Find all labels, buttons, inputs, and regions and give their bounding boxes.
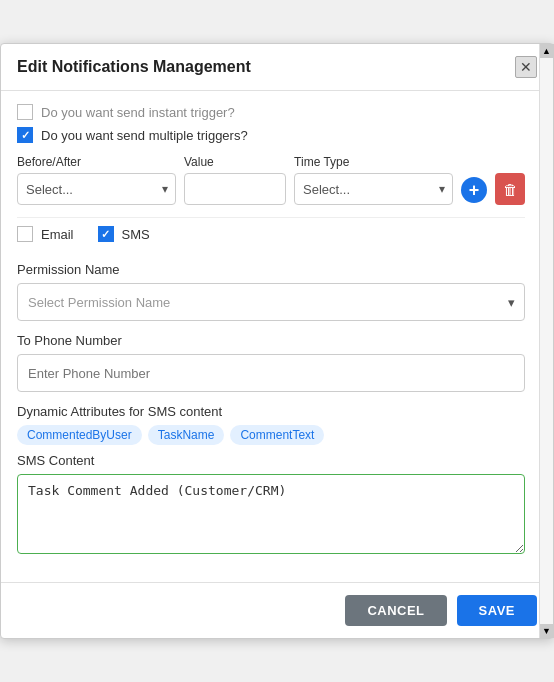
- instant-trigger-checkbox[interactable]: [17, 104, 33, 120]
- dynamic-attrs-label: Dynamic Attributes for SMS content: [17, 404, 525, 419]
- tag-comment-text[interactable]: CommentText: [230, 425, 324, 445]
- sms-checkbox[interactable]: [98, 226, 114, 242]
- before-after-column: Before/After Select...: [17, 155, 176, 205]
- email-checkbox[interactable]: [17, 226, 33, 242]
- phone-label: To Phone Number: [17, 333, 525, 348]
- value-column: Value: [184, 155, 286, 205]
- save-button[interactable]: SAVE: [457, 595, 537, 626]
- multiple-triggers-row: Do you want send multiple triggers?: [17, 127, 525, 143]
- time-type-column: Time Type Select...: [294, 155, 453, 205]
- close-button[interactable]: ✕: [515, 56, 537, 78]
- time-type-select[interactable]: Select...: [294, 173, 453, 205]
- edit-notifications-modal: Edit Notifications Management ✕ Do you w…: [0, 43, 554, 639]
- value-input[interactable]: [184, 173, 286, 205]
- separator-1: [17, 217, 525, 218]
- permission-name-label: Permission Name: [17, 262, 525, 277]
- email-checkbox-row: Email: [17, 226, 74, 242]
- sms-label: SMS: [122, 227, 150, 242]
- instant-trigger-row: Do you want send instant trigger?: [17, 103, 525, 121]
- multiple-triggers-checkbox[interactable]: [17, 127, 33, 143]
- email-label: Email: [41, 227, 74, 242]
- delete-trigger-button[interactable]: 🗑: [495, 173, 525, 205]
- value-header: Value: [184, 155, 286, 169]
- tag-commented-by-user[interactable]: CommentedByUser: [17, 425, 142, 445]
- phone-input[interactable]: [17, 354, 525, 392]
- scroll-down-button[interactable]: ▼: [540, 624, 554, 638]
- modal-body: Do you want send instant trigger? Do you…: [1, 91, 553, 582]
- sms-content-label: SMS Content: [17, 453, 525, 468]
- instant-trigger-label: Do you want send instant trigger?: [41, 105, 235, 120]
- before-after-select-wrapper: Select...: [17, 173, 176, 205]
- multiple-triggers-label: Do you want send multiple triggers?: [41, 128, 248, 143]
- tag-task-name[interactable]: TaskName: [148, 425, 225, 445]
- scrollbar-track: ▲ ▼: [539, 44, 553, 638]
- cancel-button[interactable]: CANCEL: [345, 595, 446, 626]
- before-after-header: Before/After: [17, 155, 176, 169]
- time-type-select-wrapper: Select...: [294, 173, 453, 205]
- modal-footer: CANCEL SAVE: [1, 582, 553, 638]
- delete-column: 🗑: [495, 173, 525, 205]
- modal-header: Edit Notifications Management ✕: [1, 44, 553, 91]
- sms-checkbox-row: SMS: [98, 226, 150, 242]
- permission-name-dropdown-wrapper: Select Permission Name: [17, 283, 525, 321]
- add-delete-column: +: [461, 175, 487, 205]
- before-after-select[interactable]: Select...: [17, 173, 176, 205]
- modal-title: Edit Notifications Management: [17, 58, 251, 76]
- time-type-header: Time Type: [294, 155, 453, 169]
- dynamic-attrs-tags: CommentedByUser TaskName CommentText: [17, 425, 525, 445]
- scroll-up-button[interactable]: ▲: [540, 44, 554, 58]
- add-trigger-button[interactable]: +: [461, 177, 487, 203]
- channel-options-row: Email SMS: [17, 226, 525, 250]
- sms-content-textarea[interactable]: Task Comment Added (Customer/CRM): [17, 474, 525, 554]
- permission-name-select[interactable]: Select Permission Name: [17, 283, 525, 321]
